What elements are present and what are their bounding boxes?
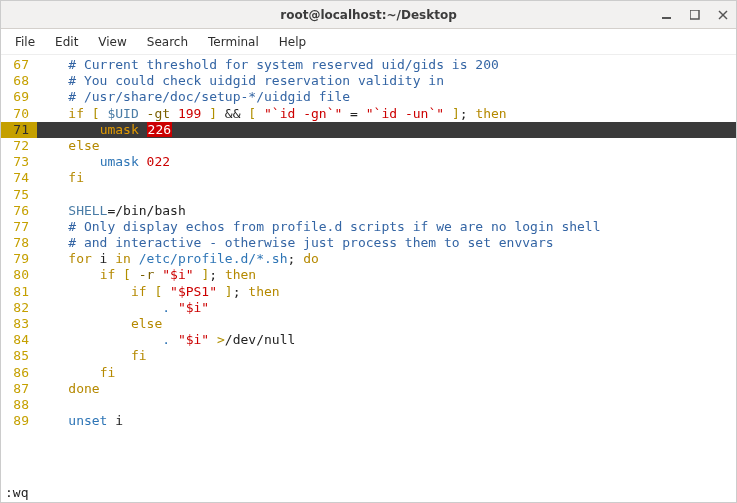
string: "$i" — [178, 300, 209, 315]
code-line: 86 fi — [1, 365, 736, 381]
line-number: 69 — [1, 89, 37, 105]
code-line: 80 if [ -r "$i" ]; then — [1, 267, 736, 283]
line-number: 67 — [1, 57, 37, 73]
code-line: 79 for i in /etc/profile.d/*.sh; do — [1, 251, 736, 267]
menu-edit[interactable]: Edit — [47, 32, 86, 52]
line-number: 72 — [1, 138, 37, 154]
bracket: [ — [92, 106, 108, 121]
bracket: ] — [444, 106, 460, 121]
path: /etc/profile.d/*.sh — [131, 251, 288, 266]
semicolon: ; — [460, 106, 476, 121]
titlebar: root@localhost:~/Desktop — [1, 1, 736, 29]
code-line: 89 unset i — [1, 413, 736, 429]
comment: # You could check uidgid reservation val… — [68, 73, 444, 88]
window-title: root@localhost:~/Desktop — [280, 8, 457, 22]
line-number: 81 — [1, 284, 37, 300]
operator: -r — [139, 267, 162, 282]
code-line: 78 # and interactive - otherwise just pr… — [1, 235, 736, 251]
menu-help[interactable]: Help — [271, 32, 314, 52]
variable: SHELL — [68, 203, 107, 218]
window-controls — [660, 8, 730, 22]
code-line: 88 — [1, 397, 736, 413]
svg-rect-1 — [690, 10, 699, 19]
code-line: 81 if [ "$PS1" ]; then — [1, 284, 736, 300]
variable: i — [107, 413, 123, 428]
keyword-if: if — [131, 284, 147, 299]
string: "$i" — [178, 332, 209, 347]
code-line: 82 . "$i" — [1, 300, 736, 316]
code-line: 76 SHELL=/bin/bash — [1, 203, 736, 219]
keyword-else: else — [131, 316, 162, 331]
code-line: 72 else — [1, 138, 736, 154]
line-number: 71 — [1, 122, 37, 138]
bracket: [ — [248, 106, 264, 121]
code-line: 69 # /usr/share/doc/setup-*/uidgid file — [1, 89, 736, 105]
number: 226 — [147, 122, 172, 137]
svg-rect-0 — [662, 17, 671, 19]
line-number: 89 — [1, 413, 37, 429]
keyword-done: done — [68, 381, 99, 396]
builtin-source: . — [162, 300, 178, 315]
semicolon: ; — [287, 251, 303, 266]
bracket: [ — [115, 267, 138, 282]
comment: # /usr/share/doc/setup-*/uidgid file — [68, 89, 350, 104]
line-number: 88 — [1, 397, 37, 413]
line-number: 79 — [1, 251, 37, 267]
code-line: 68 # You could check uidgid reservation … — [1, 73, 736, 89]
code-line: 87 done — [1, 381, 736, 397]
builtin-unset: unset — [68, 413, 107, 428]
minimize-icon[interactable] — [660, 8, 674, 22]
menu-view[interactable]: View — [90, 32, 134, 52]
number: 199 — [178, 106, 201, 121]
code-line: 74 fi — [1, 170, 736, 186]
string: "`id -un`" — [366, 106, 444, 121]
editor-area[interactable]: 67 # Current threshold for system reserv… — [1, 55, 736, 484]
vim-command-line[interactable]: :wq — [1, 484, 736, 502]
line-number: 78 — [1, 235, 37, 251]
string: "`id -gn`" — [264, 106, 342, 121]
code-line: 75 — [1, 187, 736, 203]
code-line: 67 # Current threshold for system reserv… — [1, 57, 736, 73]
line-number: 73 — [1, 154, 37, 170]
path: /dev/null — [225, 332, 295, 347]
line-number: 68 — [1, 73, 37, 89]
bracket: ] — [217, 284, 233, 299]
menu-search[interactable]: Search — [139, 32, 196, 52]
line-number: 86 — [1, 365, 37, 381]
bracket: ] — [201, 106, 217, 121]
space — [139, 122, 147, 137]
close-icon[interactable] — [716, 8, 730, 22]
menu-file[interactable]: File — [7, 32, 43, 52]
semicolon: ; — [209, 267, 225, 282]
keyword-then: then — [248, 284, 279, 299]
keyword-if: if — [100, 267, 116, 282]
menu-terminal[interactable]: Terminal — [200, 32, 267, 52]
code-line: 70 if [ $UID -gt 199 ] && [ "`id -gn`" =… — [1, 106, 736, 122]
line-number: 74 — [1, 170, 37, 186]
operator: && — [217, 106, 248, 121]
keyword-fi: fi — [131, 348, 147, 363]
operator: = — [342, 106, 365, 121]
maximize-icon[interactable] — [688, 8, 702, 22]
keyword-in: in — [115, 251, 131, 266]
line-number: 84 — [1, 332, 37, 348]
keyword-then: then — [475, 106, 506, 121]
line-number: 70 — [1, 106, 37, 122]
string: "$PS1" — [170, 284, 217, 299]
line-number: 77 — [1, 219, 37, 235]
bracket: ] — [194, 267, 210, 282]
keyword-then: then — [225, 267, 256, 282]
line-number: 85 — [1, 348, 37, 364]
keyword-do: do — [303, 251, 319, 266]
bracket: [ — [147, 284, 170, 299]
comment: # Only display echos from profile.d scri… — [68, 219, 600, 234]
line-number: 83 — [1, 316, 37, 332]
comment: # and interactive - otherwise just proce… — [68, 235, 553, 250]
semicolon: ; — [233, 284, 249, 299]
operator: -gt — [139, 106, 178, 121]
keyword-fi: fi — [100, 365, 116, 380]
code-line: 85 fi — [1, 348, 736, 364]
value: /bin/bash — [115, 203, 185, 218]
keyword-else: else — [68, 138, 99, 153]
comment: # Current threshold for system reserved … — [68, 57, 498, 72]
